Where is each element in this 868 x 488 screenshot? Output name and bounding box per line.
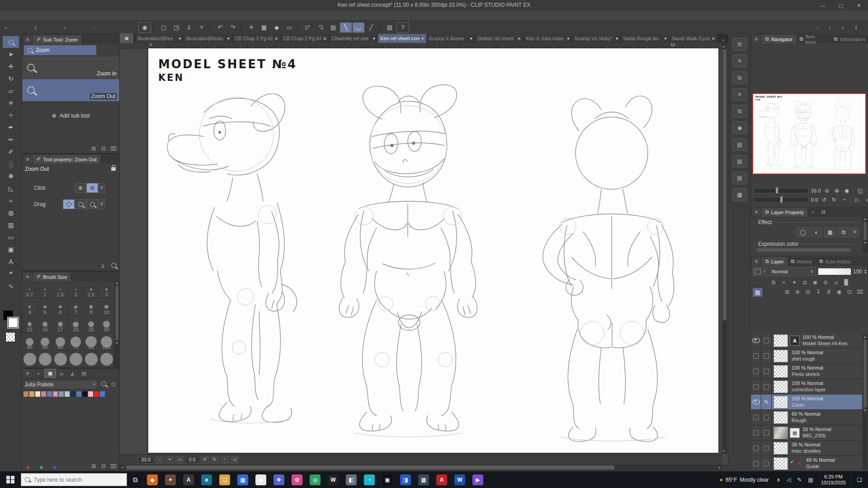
color-swatch[interactable] — [53, 391, 58, 397]
canvas-horizontal-scrollbar[interactable]: ◂ ▸ — [120, 465, 722, 470]
layer-thumbnail[interactable] — [774, 427, 788, 439]
page-manager-icon[interactable]: ▤ — [384, 23, 396, 33]
pen-settings-icon[interactable]: ✎ — [794, 477, 805, 483]
opacity-stepper[interactable]: ▲▼ — [864, 269, 867, 274]
layer-property-extra-tab-2[interactable]: ⊡ — [818, 208, 829, 216]
scroll-down-icon[interactable]: ▾ — [723, 449, 725, 453]
layer-panel-menu-icon[interactable]: ≡ — [752, 257, 761, 265]
navigator-zoom-value[interactable]: 33.0 — [811, 188, 821, 193]
palette-menu-icon[interactable]: ≡ — [23, 369, 32, 377]
layer-visibility-toggle[interactable] — [751, 348, 761, 363]
taskbar-app-19[interactable]: ▶ — [472, 474, 483, 485]
redo-icon[interactable]: ↷ — [227, 23, 239, 33]
frame-border-icon[interactable]: ⊡ — [845, 288, 854, 296]
expression-color-dropdown[interactable] — [756, 248, 851, 252]
layer-visibility-toggle[interactable] — [751, 333, 761, 348]
layer-panel-tab[interactable]: ⧉History — [787, 257, 816, 266]
layer-thumbnail[interactable] — [774, 411, 788, 424]
layer-checkbox[interactable]: ✎ — [761, 456, 772, 471]
taskbar-app-8[interactable]: ❖ — [274, 474, 284, 485]
airbrush-tool[interactable]: ░ — [3, 158, 19, 170]
tool-property-tab[interactable]: ✐Tool property: Zoom Out — [33, 155, 100, 164]
doc-tab[interactable]: Scamp Vs Vicky* ● ✕ — [572, 34, 621, 43]
approx-color-tab-icon[interactable]: ◭ — [67, 369, 79, 377]
rgb-dot-red[interactable] — [27, 466, 30, 469]
auto-select-tool[interactable]: ✳ — [3, 97, 19, 109]
background-color-chip[interactable] — [8, 318, 18, 328]
navigator-rotation-value[interactable]: 0.0 — [811, 197, 818, 202]
layer-checkbox[interactable]: ✎ — [761, 410, 772, 425]
brush-size-cell[interactable] — [22, 351, 38, 368]
layer-checkbox[interactable]: ✎ — [761, 441, 772, 455]
dock-panel-icon-7[interactable]: ▤ — [732, 138, 747, 151]
volume-icon[interactable]: ◁ — [783, 477, 794, 483]
eraser-tool[interactable]: ◺ — [3, 183, 19, 194]
brush-size-cell[interactable]: 80 — [84, 333, 99, 351]
dock-panel-icon-5[interactable]: ⧉ — [732, 105, 747, 117]
dock-panel-icon-2[interactable]: ✕ — [732, 55, 747, 67]
taskbar-app-16[interactable]: ▦ — [418, 474, 429, 485]
palette-panel-icon[interactable]: ⊡ — [109, 381, 118, 388]
subtool-panel-tab[interactable]: ✐Sub Tool: Zoom — [33, 35, 81, 44]
transparent-color-chip[interactable] — [5, 332, 15, 342]
navigator-tab[interactable]: ⧉Navigator — [762, 35, 796, 43]
layer-checkbox[interactable]: ✎ — [761, 379, 772, 394]
crop-icon[interactable]: ◸ — [302, 23, 314, 33]
brush-size-cell[interactable]: 12 — [22, 316, 38, 333]
layer-thumbnail[interactable] — [774, 350, 788, 362]
trim-icon[interactable]: ◹ — [315, 23, 326, 33]
clip-to-layer-icon[interactable]: ⧉ — [769, 278, 778, 286]
grid-icon[interactable]: ▨ — [327, 23, 339, 33]
brush-size-cell[interactable]: 5 — [38, 299, 53, 316]
selection-tool[interactable]: ▱ — [3, 85, 19, 97]
brush-size-cell[interactable]: 100 — [99, 333, 114, 351]
taskbar-app-14[interactable]: ▣ — [382, 474, 393, 485]
color-swatch[interactable] — [47, 391, 52, 397]
brush-size-cell[interactable]: 6 — [53, 299, 68, 316]
zoom-in-click-button[interactable]: ⊕ — [75, 183, 86, 193]
blend-tool[interactable]: ≈ — [3, 195, 19, 206]
doc-tab[interactable]: Ken ref sheet concept* ● ✕ — [378, 34, 426, 43]
reset-rotation-icon[interactable]: ◔ — [840, 197, 848, 203]
move-layer-tool[interactable]: ✛ — [3, 61, 19, 72]
subtool-menu-icon[interactable]: ≡ — [23, 35, 32, 43]
close-tab-icon[interactable]: ✕ — [274, 36, 278, 41]
canvas-zoom-value[interactable]: 33.0 — [138, 456, 154, 464]
zoom-tool[interactable] — [3, 36, 19, 48]
brush-size-cell[interactable]: 15 — [38, 316, 53, 333]
figure-tool[interactable]: ▭ — [3, 231, 19, 243]
scroll-down-icon[interactable]: ▼ — [863, 241, 868, 245]
canvas-view-icon[interactable]: ▣ — [120, 33, 133, 43]
click-dropdown-icon[interactable]: ˅ — [98, 183, 105, 193]
brush-tool[interactable]: ✐ — [3, 146, 19, 158]
add-subtool-button[interactable]: ⊕ Add sub tool — [22, 113, 119, 119]
taskbar-app-6[interactable]: ▦ — [237, 474, 248, 485]
extract-line-icon[interactable]: ▦ — [824, 227, 836, 237]
csp-logo-icon[interactable]: ◉ — [138, 22, 151, 33]
text-tool[interactable]: A — [3, 256, 19, 267]
doc-tab[interactable]: Illustration[Resto ● ✕ — [184, 34, 232, 43]
tab-overflow-icon[interactable]: ˅ — [718, 38, 728, 43]
effect-dropdown-icon[interactable]: ˅ — [851, 227, 859, 237]
taskbar-search[interactable] — [21, 473, 127, 486]
layer-list-scrollbar[interactable]: ▲ ▼ — [863, 335, 868, 469]
drag-step-zoom-button[interactable] — [86, 199, 98, 209]
merge-down-icon[interactable]: ⇵ — [824, 288, 833, 296]
layer-visibility-toggle[interactable] — [751, 456, 761, 471]
taskbar-app-2[interactable]: ✦ — [165, 474, 176, 485]
tone-effect-icon[interactable]: ◐ — [811, 227, 822, 237]
dock-panel-icon-10[interactable]: ▦ — [732, 188, 747, 201]
brush-size-cell[interactable]: 8 — [84, 299, 99, 316]
scroll-up-icon[interactable]: ▲ — [863, 335, 868, 339]
replace-swatch-icon[interactable]: ⊟ — [99, 463, 108, 469]
rgb-dot-green[interactable] — [40, 466, 43, 469]
layer-checkbox[interactable]: ✎ — [761, 425, 772, 440]
deselect-icon[interactable]: ▦ — [258, 23, 270, 33]
navigator-rotation-slider[interactable] — [754, 197, 809, 202]
layer-row[interactable]: ✎ ✓ A ▦ ✕ 49 % Normal Guide — [751, 456, 862, 471]
save-file-icon[interactable]: ⇓ — [183, 23, 195, 33]
right-dock-arrows[interactable]: ‹ › « ‖ — [816, 24, 868, 31]
layer-visibility-toggle[interactable] — [751, 379, 761, 394]
dock-panel-icon-9[interactable]: ▤ — [732, 172, 747, 184]
delete-layer-icon[interactable]: ⌧ — [855, 288, 864, 296]
